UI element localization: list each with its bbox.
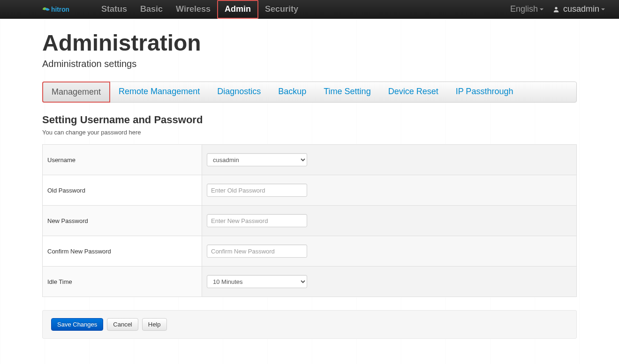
new-password-input[interactable] <box>207 214 307 227</box>
hitron-logo-icon: hitron <box>40 4 83 15</box>
nav-right: English cusadmin <box>506 0 610 18</box>
nav-admin[interactable]: Admin <box>217 0 258 19</box>
svg-text:hitron: hitron <box>51 6 69 13</box>
idle-time-select[interactable]: 10 Minutes <box>207 275 307 288</box>
nav-security[interactable]: Security <box>258 0 305 19</box>
row-old-password: Old Password <box>43 175 577 206</box>
row-username: Username cusadmin <box>43 145 577 175</box>
nav-items: Status Basic Wireless Admin Security <box>95 0 305 18</box>
section-title: Setting Username and Password <box>42 114 577 126</box>
user-name: cusadmin <box>563 4 599 14</box>
tab-management[interactable]: Management <box>42 82 110 103</box>
section-desc: You can change your password here <box>42 129 577 136</box>
cancel-button[interactable]: Cancel <box>107 318 138 331</box>
language-selector[interactable]: English <box>506 4 548 14</box>
user-icon <box>553 6 559 13</box>
confirm-password-label: Confirm New Password <box>43 236 202 267</box>
help-button[interactable]: Help <box>142 318 167 331</box>
user-menu[interactable]: cusadmin <box>548 4 610 14</box>
tab-ip-passthrough[interactable]: IP Passthrough <box>447 82 522 102</box>
confirm-password-input[interactable] <box>207 245 307 258</box>
brand-logo[interactable]: hitron <box>40 4 83 15</box>
old-password-label: Old Password <box>43 175 202 206</box>
nav-wireless[interactable]: Wireless <box>169 0 217 19</box>
main-container: Administration Administration settings M… <box>42 30 577 339</box>
page-title: Administration <box>42 30 577 56</box>
tab-backup[interactable]: Backup <box>270 82 315 102</box>
nav-basic[interactable]: Basic <box>134 0 169 19</box>
save-button[interactable]: Save Changes <box>51 318 103 331</box>
settings-form: Username cusadmin Old Password New Passw… <box>42 144 577 297</box>
row-confirm-password: Confirm New Password <box>43 236 577 267</box>
row-idle-time: Idle Time 10 Minutes <box>43 267 577 297</box>
admin-tabs: Management Remote Management Diagnostics… <box>42 82 577 103</box>
language-label: English <box>510 4 538 14</box>
svg-point-1 <box>555 7 557 9</box>
nav-status[interactable]: Status <box>95 0 134 19</box>
top-navbar: hitron Status Basic Wireless Admin Secur… <box>0 0 619 19</box>
old-password-input[interactable] <box>207 184 307 197</box>
username-select[interactable]: cusadmin <box>207 153 307 166</box>
tab-remote-management[interactable]: Remote Management <box>110 82 209 102</box>
page-subtitle: Administration settings <box>42 59 577 69</box>
chevron-down-icon <box>540 8 544 10</box>
tab-time-setting[interactable]: Time Setting <box>315 82 379 102</box>
tab-diagnostics[interactable]: Diagnostics <box>209 82 270 102</box>
row-new-password: New Password <box>43 206 577 236</box>
new-password-label: New Password <box>43 206 202 236</box>
button-bar: Save Changes Cancel Help <box>42 310 577 339</box>
tab-device-reset[interactable]: Device Reset <box>380 82 447 102</box>
username-label: Username <box>43 145 202 175</box>
chevron-down-icon <box>601 8 605 10</box>
idle-time-label: Idle Time <box>43 267 202 297</box>
